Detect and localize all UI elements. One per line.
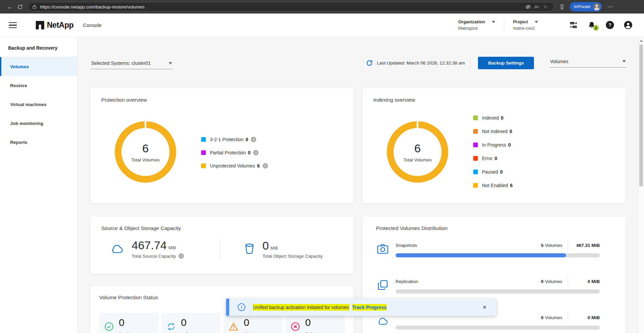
read-aloud-icon[interactable]: Aᵃ <box>532 3 541 10</box>
total-object-capacity-unit: MiB <box>270 246 278 251</box>
backup-cloud-icon <box>377 316 388 326</box>
help-icon: ? <box>606 21 614 29</box>
help-button[interactable]: ? <box>606 21 614 29</box>
browser-refresh-button[interactable] <box>15 2 25 12</box>
sidebar-item-job-monitoring[interactable]: Job monitoring <box>0 114 77 133</box>
address-bar[interactable]: https://console.netapp.com/backup-restor… <box>28 2 554 11</box>
selected-systems-select[interactable]: Selected Systems: cluster01 <box>90 60 173 69</box>
failed-label: Failed <box>305 332 317 333</box>
indexing-total-volumes-value: 6 <box>414 142 421 155</box>
project-selector[interactable]: Project matrix-cvo2 <box>513 19 538 31</box>
distribution-row-replication: Replication 0 Volumes 0 MiB <box>376 276 600 293</box>
dropdown-arrow-icon <box>622 60 626 62</box>
toast-notification: i Unified backup activation initiated fo… <box>226 299 496 316</box>
total-object-capacity-label: Total Object Storage Capacity <box>262 254 323 259</box>
legend-item-321-protection: 3-2-1 Protection 0 i <box>201 136 268 143</box>
status-tile-healthy: 0 Healthy <box>99 313 159 333</box>
dropdown-arrow-icon <box>169 62 172 65</box>
browser-chrome: ← https://console.netapp.com/backup-rest… <box>0 0 644 14</box>
replication-copy-icon <box>378 280 388 290</box>
sidebar-title: Backup and Recovery <box>0 37 77 57</box>
backup-settings-button[interactable]: Backup Settings <box>478 57 534 69</box>
organization-value: Matrixpost <box>458 26 495 31</box>
account-button[interactable] <box>624 21 633 29</box>
sidebar-item-reports[interactable]: Reports <box>0 133 77 152</box>
sidebar-item-volumes[interactable]: Volumes <box>0 57 77 76</box>
legend-swatch <box>473 129 478 134</box>
snapshots-progress-bar <box>396 253 600 257</box>
in-progress-label: In Progress <box>181 332 203 333</box>
info-icon[interactable]: i <box>263 163 268 169</box>
protection-total-volumes-value: 6 <box>142 142 149 155</box>
scrollbar-up-arrow[interactable] <box>640 40 643 42</box>
organization-selector[interactable]: Organization Matrixpost <box>458 19 495 31</box>
track-progress-link[interactable]: Track Progress <box>352 304 387 311</box>
organization-label: Organization <box>458 19 485 25</box>
hidden-row-progress-bar <box>396 326 600 330</box>
project-label: Project <box>513 19 528 25</box>
warning-count: 0 <box>244 317 260 328</box>
scrollbar-thumb[interactable] <box>639 45 643 186</box>
legend-item-in-progress: In Progress 0 <box>473 142 513 148</box>
notification-count-badge: 2 <box>593 25 599 31</box>
legend-swatch <box>473 170 478 174</box>
indexing-overview-card: Indexing overview 6 Total Volumes <box>363 88 626 203</box>
toast-info-icon: i <box>238 303 245 311</box>
failed-count: 0 <box>305 317 317 328</box>
protection-donut-chart: 6 Total Volumes <box>115 121 176 183</box>
chevron-down-icon <box>492 21 495 23</box>
refresh-icon <box>17 4 23 10</box>
workload-switcher-button[interactable] <box>569 21 578 29</box>
sidebar-item-restore[interactable]: Restore <box>0 76 77 95</box>
donut-gap <box>417 121 419 129</box>
notifications-button[interactable]: 2 <box>587 21 596 29</box>
tracking-prevention-icon[interactable] <box>524 3 532 10</box>
inprivate-label: InPrivate <box>574 4 590 9</box>
inprivate-badge[interactable]: InPrivate <box>570 2 602 11</box>
legend-item-unprotected-volumes: Unprotected Volumes 6 i <box>201 163 268 169</box>
values-divider <box>568 240 568 250</box>
selected-systems-value: Selected Systems: cluster01 <box>91 60 151 66</box>
cloud-icon <box>111 244 124 254</box>
hamburger-menu-icon[interactable] <box>9 21 17 30</box>
sidebar-item-virtual-machines[interactable]: Virtual machines <box>0 95 77 114</box>
protection-total-volumes-label: Total Volumes <box>131 157 160 162</box>
distribution-title: Protected Volumes Distribution <box>376 225 600 231</box>
url-text: https://console.netapp.com/backup-restor… <box>40 4 524 9</box>
project-value: matrix-cvo2 <box>513 26 538 31</box>
total-source-capacity-unit: MiB <box>168 245 176 250</box>
collections-icon[interactable] <box>558 3 566 10</box>
switcher-icon <box>569 21 578 29</box>
netapp-logo: NetApp <box>36 21 74 30</box>
info-icon[interactable]: i <box>179 253 184 259</box>
right-column: Indexing overview 6 Total Volumes <box>363 88 626 333</box>
protection-legend: 3-2-1 Protection 0 i Partial Protection … <box>201 136 268 183</box>
indexing-legend: Indexed 0 Not Indexed 0 In Progress <box>473 115 513 188</box>
indexing-total-volumes-label: Total Volumes <box>403 157 432 162</box>
main-content: Selected Systems: cluster01 Last Updated… <box>78 37 638 333</box>
refresh-icon[interactable] <box>366 59 373 67</box>
info-icon[interactable]: i <box>251 137 256 142</box>
capacity-card: Source & Object Storage Capacity 467.74 … <box>90 216 354 274</box>
protection-overview-title: Protection overview <box>101 97 343 103</box>
favorites-star-icon[interactable]: ☆ <box>541 3 550 10</box>
sidebar: Backup and Recovery Volumes Restore Virt… <box>0 37 78 333</box>
legend-swatch <box>473 156 478 161</box>
toast-accent-bar <box>226 299 229 316</box>
info-icon[interactable]: i <box>253 150 259 155</box>
total-object-capacity-value: 0 <box>262 239 269 252</box>
page-scrollbar[interactable] <box>638 37 644 333</box>
browser-menu-button[interactable]: ⋯ <box>605 2 615 12</box>
indexing-donut-chart: 6 Total Volumes <box>387 121 448 183</box>
view-select[interactable]: Volumes <box>549 59 626 68</box>
browser-back-button[interactable]: ← <box>5 2 15 12</box>
capacity-divider <box>220 239 220 259</box>
user-icon <box>624 21 633 29</box>
legend-swatch <box>473 143 478 147</box>
toast-close-icon[interactable]: ✕ <box>482 304 487 310</box>
total-source-capacity-label: Total Source Capacity <box>132 254 176 259</box>
legend-swatch <box>201 163 206 168</box>
legend-swatch <box>473 116 478 120</box>
app-header: NetApp Console Organization Matrixpost P… <box>0 14 644 37</box>
legend-item-partial-protection: Partial Protection 0 i <box>201 150 268 156</box>
